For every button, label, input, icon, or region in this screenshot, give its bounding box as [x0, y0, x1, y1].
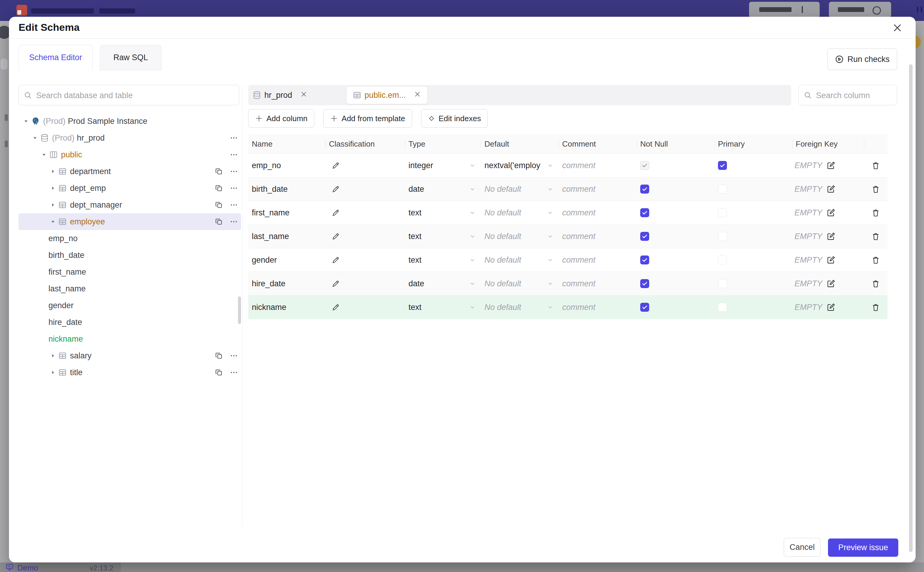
comment-field[interactable]: comment — [558, 279, 637, 288]
primary-checkbox[interactable] — [718, 161, 727, 170]
default-select[interactable]: No default — [481, 185, 558, 194]
tab-schema-editor[interactable]: Schema Editor — [19, 45, 93, 70]
copy-icon[interactable] — [215, 167, 223, 176]
copy-icon[interactable] — [215, 201, 223, 209]
copy-icon[interactable] — [215, 368, 223, 377]
tree-item-department[interactable]: department — [19, 163, 241, 180]
demo-link[interactable]: Demo — [17, 563, 38, 572]
classification-edit-icon[interactable] — [331, 303, 340, 312]
close-icon[interactable] — [892, 23, 904, 35]
column-name-field[interactable]: emp_no — [248, 161, 326, 170]
not-null-checkbox[interactable] — [640, 232, 649, 241]
classification-edit-icon[interactable] — [331, 232, 340, 241]
tree-item-hire_date[interactable]: hire_date — [19, 314, 241, 331]
trash-icon[interactable] — [871, 303, 880, 312]
tab-raw-sql[interactable]: Raw SQL — [100, 45, 161, 70]
more-icon[interactable] — [229, 351, 238, 360]
edit-foreign-key-icon[interactable] — [826, 279, 836, 288]
edit-foreign-key-icon[interactable] — [826, 303, 836, 312]
tree-item-dept_manager[interactable]: dept_manager — [19, 197, 241, 213]
trash-icon[interactable] — [871, 256, 880, 264]
default-select[interactable]: No default — [481, 232, 558, 241]
cancel-button[interactable]: Cancel — [784, 538, 820, 557]
comment-field[interactable]: comment — [558, 208, 637, 218]
edit-foreign-key-icon[interactable] — [826, 185, 836, 194]
not-null-checkbox[interactable] — [640, 161, 649, 170]
chevron-down-icon[interactable] — [32, 135, 38, 141]
classification-edit-icon[interactable] — [331, 185, 340, 194]
more-icon[interactable] — [229, 134, 238, 142]
copy-icon[interactable] — [215, 184, 223, 192]
chevron-right-icon[interactable] — [50, 169, 56, 174]
primary-checkbox[interactable] — [718, 185, 727, 194]
tree-item-first_name[interactable]: first_name — [19, 264, 241, 280]
primary-checkbox[interactable] — [718, 232, 727, 241]
type-select[interactable]: text — [405, 255, 481, 265]
trash-icon[interactable] — [871, 161, 880, 170]
more-icon[interactable] — [229, 201, 238, 209]
column-name-field[interactable]: hire_date — [248, 279, 326, 288]
comment-field[interactable]: comment — [558, 161, 637, 170]
editor-tab-hr_prod[interactable]: hr_prod — [253, 85, 308, 105]
default-select[interactable]: No default — [481, 279, 558, 288]
comment-field[interactable]: comment — [558, 255, 637, 265]
chevron-right-icon[interactable] — [50, 202, 56, 208]
comment-field[interactable]: comment — [558, 303, 637, 312]
copy-icon[interactable] — [215, 218, 223, 226]
tree-item-birth_date[interactable]: birth_date — [19, 247, 241, 264]
copy-icon[interactable] — [215, 351, 223, 360]
close-tab-icon[interactable] — [414, 90, 421, 100]
more-icon[interactable] — [229, 151, 238, 159]
close-tab-icon[interactable] — [300, 90, 308, 100]
tree-item-dept_emp[interactable]: dept_emp — [19, 180, 241, 197]
tree-item-salary[interactable]: salary — [19, 347, 241, 364]
tree-item-emp_no[interactable]: emp_no — [19, 230, 241, 247]
more-icon[interactable] — [229, 167, 238, 176]
default-select[interactable]: No default — [481, 208, 558, 218]
tree-item-Prod Sample Instance[interactable]: (Prod)Prod Sample Instance — [19, 113, 241, 129]
column-name-field[interactable]: gender — [248, 255, 326, 265]
not-null-checkbox[interactable] — [640, 279, 649, 288]
type-select[interactable]: integer — [405, 161, 481, 170]
tree-item-employee[interactable]: employee — [19, 213, 241, 230]
primary-checkbox[interactable] — [718, 208, 727, 217]
column-name-field[interactable]: birth_date — [248, 185, 326, 194]
tree-item-public[interactable]: public — [19, 146, 241, 163]
tree-item-last_name[interactable]: last_name — [19, 280, 241, 297]
modal-scrollbar[interactable] — [909, 64, 913, 552]
trash-icon[interactable] — [871, 232, 880, 241]
trash-icon[interactable] — [871, 208, 880, 217]
classification-edit-icon[interactable] — [331, 208, 340, 217]
column-name-field[interactable]: first_name — [248, 208, 326, 218]
type-select[interactable]: text — [405, 232, 481, 241]
primary-checkbox[interactable] — [718, 255, 727, 264]
trash-icon[interactable] — [871, 280, 880, 288]
more-icon[interactable] — [229, 184, 238, 192]
tree-item-gender[interactable]: gender — [19, 297, 241, 314]
chevron-down-icon[interactable] — [50, 219, 56, 224]
default-select[interactable]: nextval('employ — [481, 161, 558, 170]
tree-item-hr_prod[interactable]: (Prod)hr_prod — [19, 129, 241, 146]
primary-checkbox[interactable] — [718, 303, 727, 312]
trash-icon[interactable] — [871, 185, 880, 194]
not-null-checkbox[interactable] — [640, 208, 649, 217]
default-select[interactable]: No default — [481, 303, 558, 312]
add-from-template-button[interactable]: Add from template — [323, 109, 412, 128]
column-name-field[interactable]: last_name — [248, 232, 326, 241]
classification-edit-icon[interactable] — [331, 161, 340, 170]
chevron-right-icon[interactable] — [50, 185, 56, 191]
type-select[interactable]: date — [405, 279, 481, 288]
add-column-button[interactable]: Add column — [248, 109, 314, 128]
more-icon[interactable] — [229, 218, 238, 226]
type-select[interactable]: text — [405, 303, 481, 312]
run-checks-button[interactable]: Run checks — [828, 48, 897, 70]
tree-item-title[interactable]: title — [19, 364, 241, 381]
edit-foreign-key-icon[interactable] — [826, 208, 836, 217]
primary-checkbox[interactable] — [718, 279, 727, 288]
editor-tab-public-employee[interactable]: public.em... — [346, 86, 428, 104]
type-select[interactable]: text — [405, 208, 481, 218]
chevron-right-icon[interactable] — [50, 353, 56, 358]
chevron-down-icon[interactable] — [23, 118, 29, 124]
column-search-input[interactable] — [815, 85, 894, 106]
edit-foreign-key-icon[interactable] — [826, 232, 836, 241]
